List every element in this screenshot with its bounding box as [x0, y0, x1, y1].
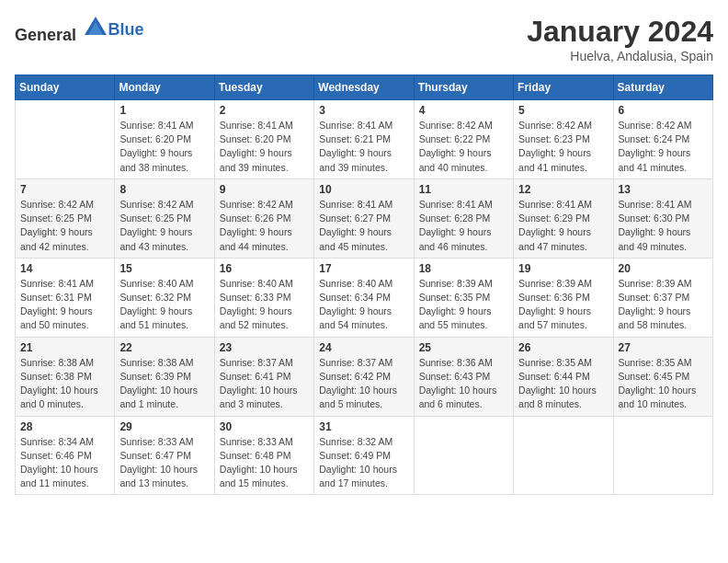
day-number: 6 [619, 104, 708, 117]
calendar-day-cell: 11Sunrise: 8:41 AMSunset: 6:28 PMDayligh… [414, 178, 513, 258]
calendar-day-cell: 9Sunrise: 8:42 AMSunset: 6:26 PMDaylight… [214, 178, 313, 258]
day-info: Sunrise: 8:37 AMSunset: 6:41 PMDaylight:… [220, 356, 309, 412]
day-number: 30 [220, 420, 309, 433]
calendar-day-cell: 24Sunrise: 8:37 AMSunset: 6:42 PMDayligh… [314, 337, 414, 416]
day-info: Sunrise: 8:37 AMSunset: 6:42 PMDaylight:… [319, 356, 408, 412]
calendar-day-cell: 17Sunrise: 8:40 AMSunset: 6:34 PMDayligh… [314, 258, 414, 337]
day-info: Sunrise: 8:42 AMSunset: 6:23 PMDaylight:… [518, 119, 608, 175]
calendar-day-cell: 21Sunrise: 8:38 AMSunset: 6:38 PMDayligh… [16, 337, 115, 416]
day-number: 19 [518, 262, 608, 275]
calendar-day-cell: 16Sunrise: 8:40 AMSunset: 6:33 PMDayligh… [214, 258, 313, 337]
day-number: 18 [419, 262, 508, 275]
calendar-day-cell: 2Sunrise: 8:41 AMSunset: 6:20 PMDaylight… [214, 100, 313, 179]
day-number: 26 [518, 341, 608, 354]
day-number: 15 [119, 262, 209, 275]
day-number: 1 [119, 104, 209, 117]
day-info: Sunrise: 8:41 AMSunset: 6:27 PMDaylight:… [319, 198, 408, 254]
day-info: Sunrise: 8:38 AMSunset: 6:39 PMDaylight:… [119, 356, 209, 412]
day-number: 9 [220, 183, 309, 196]
logo-general: General [15, 26, 76, 44]
weekday-header-cell: Wednesday [314, 75, 414, 100]
day-number: 17 [319, 262, 408, 275]
day-info: Sunrise: 8:42 AMSunset: 6:22 PMDaylight:… [419, 119, 508, 175]
day-number: 20 [619, 262, 708, 275]
weekday-header-cell: Monday [115, 75, 214, 100]
calendar-day-cell: 29Sunrise: 8:33 AMSunset: 6:47 PMDayligh… [115, 416, 214, 495]
weekday-header-cell: Saturday [613, 75, 712, 100]
day-number: 12 [518, 183, 608, 196]
day-number: 21 [20, 341, 109, 354]
weekday-header-cell: Thursday [414, 75, 513, 100]
calendar-day-cell: 13Sunrise: 8:41 AMSunset: 6:30 PMDayligh… [613, 178, 712, 258]
day-info: Sunrise: 8:33 AMSunset: 6:47 PMDaylight:… [119, 435, 209, 491]
calendar-day-cell: 25Sunrise: 8:36 AMSunset: 6:43 PMDayligh… [414, 337, 513, 416]
weekday-header-cell: Sunday [16, 75, 115, 100]
day-info: Sunrise: 8:40 AMSunset: 6:33 PMDaylight:… [220, 277, 309, 333]
calendar-day-cell: 22Sunrise: 8:38 AMSunset: 6:39 PMDayligh… [115, 337, 214, 416]
day-number: 14 [20, 262, 109, 275]
calendar-day-cell: 20Sunrise: 8:39 AMSunset: 6:37 PMDayligh… [613, 258, 712, 337]
day-info: Sunrise: 8:39 AMSunset: 6:35 PMDaylight:… [419, 277, 508, 333]
calendar-body: 1Sunrise: 8:41 AMSunset: 6:20 PMDaylight… [16, 100, 713, 495]
day-number: 13 [619, 183, 708, 196]
calendar-week-row: 7Sunrise: 8:42 AMSunset: 6:25 PMDaylight… [16, 178, 713, 258]
calendar-day-cell: 30Sunrise: 8:33 AMSunset: 6:48 PMDayligh… [214, 416, 313, 495]
day-info: Sunrise: 8:42 AMSunset: 6:25 PMDaylight:… [20, 198, 109, 254]
calendar-day-cell [16, 100, 115, 179]
calendar-day-cell: 4Sunrise: 8:42 AMSunset: 6:22 PMDaylight… [414, 100, 513, 179]
weekday-header-cell: Friday [514, 75, 613, 100]
calendar-day-cell: 3Sunrise: 8:41 AMSunset: 6:21 PMDaylight… [314, 100, 414, 179]
day-number: 8 [119, 183, 209, 196]
day-info: Sunrise: 8:36 AMSunset: 6:43 PMDaylight:… [419, 356, 508, 412]
calendar-day-cell: 23Sunrise: 8:37 AMSunset: 6:41 PMDayligh… [214, 337, 313, 416]
day-info: Sunrise: 8:41 AMSunset: 6:28 PMDaylight:… [419, 198, 508, 254]
day-info: Sunrise: 8:39 AMSunset: 6:37 PMDaylight:… [619, 277, 708, 333]
day-number: 10 [319, 183, 408, 196]
day-info: Sunrise: 8:34 AMSunset: 6:46 PMDaylight:… [20, 435, 109, 491]
day-number: 25 [419, 341, 508, 354]
day-info: Sunrise: 8:41 AMSunset: 6:21 PMDaylight:… [319, 119, 408, 175]
day-number: 28 [20, 420, 109, 433]
day-info: Sunrise: 8:35 AMSunset: 6:45 PMDaylight:… [619, 356, 708, 412]
day-number: 16 [220, 262, 309, 275]
day-number: 5 [518, 104, 608, 117]
day-info: Sunrise: 8:42 AMSunset: 6:25 PMDaylight:… [119, 198, 209, 254]
calendar-day-cell: 18Sunrise: 8:39 AMSunset: 6:35 PMDayligh… [414, 258, 513, 337]
calendar-day-cell [514, 416, 613, 495]
location-title: Huelva, Andalusia, Spain [527, 49, 713, 63]
day-number: 23 [220, 341, 309, 354]
calendar-week-row: 21Sunrise: 8:38 AMSunset: 6:38 PMDayligh… [16, 337, 713, 416]
day-info: Sunrise: 8:42 AMSunset: 6:26 PMDaylight:… [220, 198, 309, 254]
day-number: 27 [619, 341, 708, 354]
calendar-week-row: 14Sunrise: 8:41 AMSunset: 6:31 PMDayligh… [16, 258, 713, 337]
day-info: Sunrise: 8:41 AMSunset: 6:29 PMDaylight:… [518, 198, 608, 254]
day-number: 2 [220, 104, 309, 117]
day-info: Sunrise: 8:41 AMSunset: 6:20 PMDaylight:… [119, 119, 209, 175]
calendar-week-row: 28Sunrise: 8:34 AMSunset: 6:46 PMDayligh… [16, 416, 713, 495]
weekday-header-cell: Tuesday [214, 75, 313, 100]
calendar-day-cell: 5Sunrise: 8:42 AMSunset: 6:23 PMDaylight… [514, 100, 613, 179]
day-info: Sunrise: 8:38 AMSunset: 6:38 PMDaylight:… [20, 356, 109, 412]
calendar-table: SundayMondayTuesdayWednesdayThursdayFrid… [15, 75, 713, 495]
day-number: 11 [419, 183, 508, 196]
calendar-week-row: 1Sunrise: 8:41 AMSunset: 6:20 PMDaylight… [16, 100, 713, 179]
day-info: Sunrise: 8:39 AMSunset: 6:36 PMDaylight:… [518, 277, 608, 333]
day-info: Sunrise: 8:40 AMSunset: 6:32 PMDaylight:… [119, 277, 209, 333]
day-info: Sunrise: 8:35 AMSunset: 6:44 PMDaylight:… [518, 356, 608, 412]
day-info: Sunrise: 8:41 AMSunset: 6:30 PMDaylight:… [619, 198, 708, 254]
calendar-header-row: SundayMondayTuesdayWednesdayThursdayFrid… [16, 75, 713, 100]
logo: General Blue [15, 15, 144, 45]
day-number: 4 [419, 104, 508, 117]
calendar-day-cell: 10Sunrise: 8:41 AMSunset: 6:27 PMDayligh… [314, 178, 414, 258]
title-block: January 2024 Huelva, Andalusia, Spain [527, 15, 713, 63]
day-info: Sunrise: 8:42 AMSunset: 6:24 PMDaylight:… [619, 119, 708, 175]
calendar-day-cell: 31Sunrise: 8:32 AMSunset: 6:49 PMDayligh… [314, 416, 414, 495]
day-info: Sunrise: 8:41 AMSunset: 6:20 PMDaylight:… [220, 119, 309, 175]
day-number: 29 [119, 420, 209, 433]
calendar-day-cell: 6Sunrise: 8:42 AMSunset: 6:24 PMDaylight… [613, 100, 712, 179]
day-number: 22 [119, 341, 209, 354]
calendar-day-cell: 8Sunrise: 8:42 AMSunset: 6:25 PMDaylight… [115, 178, 214, 258]
logo-icon [83, 15, 108, 40]
day-number: 31 [319, 420, 408, 433]
calendar-day-cell: 14Sunrise: 8:41 AMSunset: 6:31 PMDayligh… [16, 258, 115, 337]
